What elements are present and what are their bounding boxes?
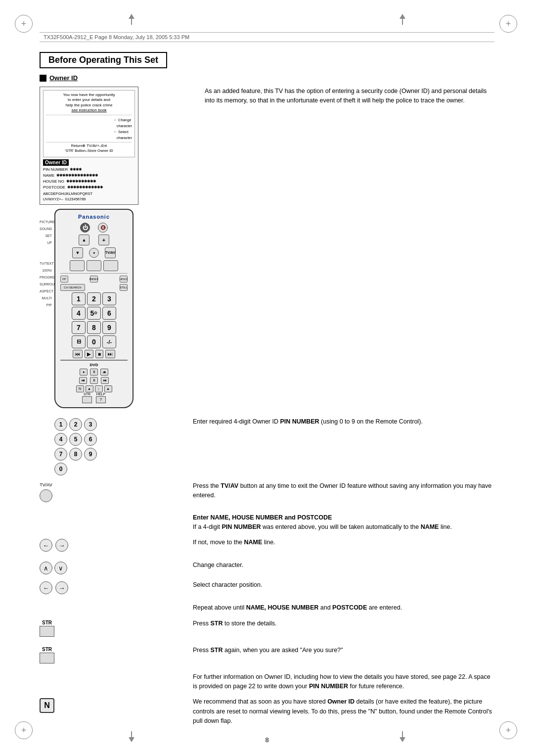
str-btn-box[interactable] (40, 626, 54, 637)
screen-return-line: Return⊕ TV/AV+–Ent'STR' Button–Store Own… (46, 142, 132, 154)
numpad-row3: 7 8 9 (54, 448, 183, 461)
n-btn[interactable]: N (40, 698, 54, 713)
remote-str-box[interactable] (82, 396, 92, 403)
remote-num3[interactable]: 3 (102, 292, 116, 305)
remote-func3-btn[interactable] (103, 260, 118, 271)
side-label-multi: MULTI (40, 295, 52, 302)
main-content: Before Operating This Set Owner ID You n… (40, 52, 494, 716)
arrow-down-char-btn: ∨ (54, 562, 67, 574)
nav-name-left: ← → (40, 538, 183, 555)
str-again-label: STR (42, 647, 52, 652)
repeat-right: Repeat above until NAME, HOUSE NUMBER an… (193, 603, 494, 613)
remote-rec-btns: ● ⏸ ⏏ (60, 369, 128, 376)
side-label-setup: SET UP (40, 233, 52, 246)
remote-rew-btn[interactable]: ⏮ (73, 350, 83, 358)
first-section: You now have the opportunityto enter you… (40, 87, 494, 408)
para-further-info: For further information on Owner ID, inc… (193, 672, 494, 692)
remote-body-wrapper: PICTURE SOUND SET UP TV/TEXT 100%/ PROGR… (40, 209, 138, 408)
str-btn-container: STR (40, 620, 54, 637)
left-column: You now have the opportunityto enter you… (40, 87, 193, 408)
side-label-progre: PROGRE (40, 274, 52, 281)
owner-id-section-label: Owner ID (40, 74, 494, 82)
remote-str-label-text: STR (84, 392, 90, 396)
remote-help-box[interactable]: 7 (96, 396, 106, 403)
remote-navdir2-btn[interactable]: ▲ (86, 385, 93, 392)
remote-num-box[interactable]: ⊟ (72, 335, 86, 348)
remote-navdir-btn[interactable]: N (76, 385, 84, 392)
remote-ff-btn[interactable]: ⏭ (105, 350, 115, 358)
remote-pause-btn[interactable]: ⏸ (90, 369, 98, 376)
remote-power-btn[interactable]: ⏻ (80, 223, 90, 233)
remote-dvd-label: DVD (60, 363, 128, 367)
remote-num5[interactable]: 5⊙ (87, 307, 101, 320)
remote-fp-btn[interactable]: FP (60, 276, 68, 283)
change-char-arrows: ∧ ∨ (40, 562, 183, 574)
remote-skip-back-btn[interactable]: ⏮ (79, 377, 87, 384)
numpad-illustration: 1 2 3 4 5 6 7 8 9 0 (40, 418, 183, 475)
remote-nav-row: ▲ + (60, 235, 128, 245)
screen-alphabet: ABCDEFGHIJKLMNOPQRST (43, 191, 135, 196)
remote-mute-btn[interactable]: 🔇 (98, 223, 108, 233)
side-label-pip: PIP (40, 302, 52, 309)
para-tvav: Press the TV/AV button at any time to ex… (193, 481, 494, 501)
remote-play-btn[interactable]: ▶ (85, 350, 93, 358)
remote-pause2-btn[interactable]: ⏸ (90, 377, 98, 384)
remote-plus-btn[interactable]: + (98, 235, 109, 245)
remote-tvav-btn[interactable]: TV/AV (105, 247, 116, 258)
para-intro: As an added feature, this TV has the opt… (205, 87, 494, 106)
remote-num4[interactable]: 4 (72, 307, 86, 320)
remote-index-btn[interactable]: INDEX (90, 276, 98, 283)
remote-num1[interactable]: 1 (72, 292, 86, 305)
select-nav-arrows: ← → (40, 581, 183, 594)
remote-num-minus[interactable]: -/- (102, 335, 116, 348)
screen-notice-text: You now have the opportunityto enter you… (46, 93, 132, 115)
remote-rec-btn[interactable]: ● (80, 369, 88, 376)
name-header-right: Enter NAME, HOUSE NUMBER and POSTCODE If… (193, 513, 494, 532)
remote-navdir4-btn[interactable]: ▲ (104, 385, 112, 392)
remote-num7[interactable]: 7 (72, 321, 86, 334)
remote-eject-btn[interactable]: ⏏ (100, 369, 108, 376)
num-illus-9: 9 (84, 448, 97, 461)
remote-nav-dir-row: N ▲ ↓ ▲ (60, 385, 128, 392)
str-again-container: STR (40, 647, 54, 663)
remote-func1-btn[interactable] (70, 260, 85, 271)
num-illus-1: 1 (54, 418, 67, 431)
remote-navdir3-btn[interactable]: ↓ (95, 385, 103, 392)
remote-still-btn[interactable]: STILL (120, 284, 128, 291)
arrow-sel-right-btn: → (55, 581, 68, 594)
nav-arrows: ← → (40, 539, 183, 552)
tvav-left: TV/AV (40, 481, 183, 507)
remote-up-btn[interactable]: ▲ (79, 235, 89, 245)
str-again-btn-row: STR (40, 647, 183, 663)
remote-num2[interactable]: 2 (87, 292, 101, 305)
str-again-box[interactable] (40, 653, 54, 663)
remote-bottom-section: DVD ● ⏸ ⏏ ⏮ ⏸ ⏭ (60, 360, 128, 403)
change-char-right: Change character. (193, 561, 494, 570)
pin-left: 1 2 3 4 5 6 7 8 9 0 (40, 417, 183, 475)
select-char-section: ← → Select character position. (40, 580, 494, 597)
page-number: 8 (40, 736, 494, 754)
remote-chsearch-btn[interactable]: CH SEARCH (60, 284, 85, 291)
side-label-picture: PICTURE (40, 219, 52, 226)
remote-select-btn[interactable]: ● (89, 248, 99, 258)
screen-pin-value: ✱✱✱✱ (70, 167, 82, 173)
remote-down-btn[interactable]: ▼ (72, 247, 83, 258)
corner-mark-tr (499, 15, 519, 35)
remote-transport: ⏮ ▶ ■ ⏭ (60, 350, 128, 358)
remote-func2-btn[interactable] (87, 260, 101, 271)
num-illus-4: 4 (54, 433, 67, 446)
change-char-left: ∧ ∨ (40, 561, 183, 574)
header-bar: TX32F500A-2912_E Page 8 Monday, July 18,… (40, 32, 494, 42)
remote-num8[interactable]: 8 (87, 321, 101, 334)
remote-stop-btn[interactable]: ■ (95, 350, 103, 358)
remote-skip-fwd-btn[interactable]: ⏭ (101, 377, 109, 384)
remote-hold-btn[interactable]: HOLD (120, 276, 128, 283)
remote-num9[interactable]: 9 (102, 321, 116, 334)
para-pin: Enter required 4-digit Owner ID PIN NUMB… (193, 417, 494, 426)
remote-num0[interactable]: 0 (87, 335, 101, 348)
remote-num6[interactable]: 6 (102, 307, 116, 320)
top-arrow-right (400, 14, 405, 25)
screen-name-value: ✱✱✱✱✱✱✱✱✱✱✱✱✱✱ (56, 173, 98, 179)
screen-postcode-value: ✱✱✱✱✱✱✱✱✱✱✱✱ (67, 185, 103, 190)
para-str-again: Press STR again, when you are asked "Are… (193, 646, 494, 655)
